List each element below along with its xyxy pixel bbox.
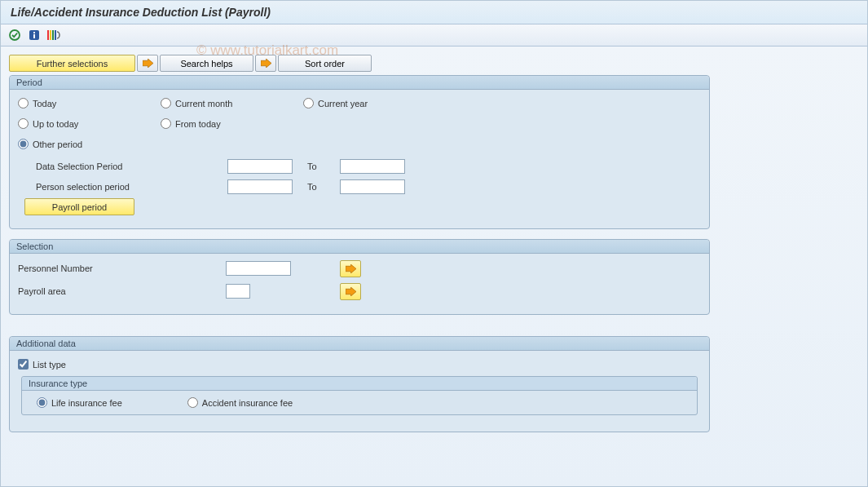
- input-payroll-area[interactable]: [226, 284, 250, 299]
- further-selections-arrow-button[interactable]: [137, 55, 158, 72]
- info-icon[interactable]: [27, 28, 42, 42]
- label-payroll-area: Payroll area: [18, 286, 226, 296]
- label-from-today: From today: [175, 119, 221, 129]
- radio-today[interactable]: [18, 98, 29, 108]
- input-person-selection-from[interactable]: [227, 179, 293, 194]
- execute-icon[interactable]: [7, 28, 22, 42]
- additional-data-group: Additional data List type Insurance type…: [9, 336, 710, 432]
- radio-up-to-today[interactable]: [18, 118, 29, 129]
- further-selections-button[interactable]: Further selections: [9, 55, 135, 72]
- bars-icon[interactable]: [46, 28, 61, 42]
- svg-rect-3: [33, 34, 35, 38]
- radio-current-month[interactable]: [161, 98, 171, 108]
- label-data-selection-period: Data Selection Period: [36, 162, 227, 171]
- input-data-selection-from[interactable]: [227, 159, 293, 174]
- label-current-month: Current month: [175, 99, 232, 108]
- sort-order-button[interactable]: Sort order: [278, 55, 372, 72]
- label-personnel-number: Personnel Number: [18, 263, 226, 273]
- radio-other-period[interactable]: [18, 139, 29, 149]
- label-to-2: To: [307, 182, 340, 192]
- additional-data-title: Additional data: [10, 337, 709, 351]
- label-life-insurance-fee: Life insurance fee: [51, 398, 122, 408]
- svg-marker-11: [346, 287, 356, 296]
- search-helps-button[interactable]: Search helps: [160, 55, 253, 72]
- radio-life-insurance-fee[interactable]: [37, 397, 47, 408]
- period-group: Period Today Current month Current year …: [9, 75, 710, 229]
- payroll-area-multiselect-button[interactable]: [340, 283, 361, 300]
- window-title: Life/Accident Insurance Deduction List (…: [1, 1, 867, 24]
- svg-rect-2: [33, 32, 35, 33]
- radio-current-year[interactable]: [303, 98, 314, 108]
- label-list-type: List type: [33, 360, 66, 370]
- label-other-period: Other period: [33, 139, 82, 149]
- selection-group-title: Selection: [10, 240, 709, 254]
- label-current-year: Current year: [318, 99, 368, 108]
- radio-from-today[interactable]: [161, 118, 171, 129]
- svg-marker-10: [346, 264, 356, 273]
- input-personnel-number[interactable]: [226, 261, 291, 276]
- label-person-selection-period: Person selection period: [36, 182, 227, 192]
- svg-rect-4: [47, 30, 49, 40]
- search-helps-arrow-button[interactable]: [255, 55, 276, 72]
- payroll-period-button[interactable]: Payroll period: [24, 198, 134, 215]
- radio-accident-insurance-fee[interactable]: [187, 397, 198, 408]
- insurance-type-title: Insurance type: [22, 377, 697, 391]
- insurance-type-group: Insurance type Life insurance fee Accide…: [21, 376, 698, 415]
- svg-rect-7: [55, 30, 56, 40]
- period-group-title: Period: [10, 76, 709, 90]
- svg-marker-9: [261, 59, 271, 68]
- selection-group: Selection Personnel Number Payroll area: [9, 239, 710, 315]
- input-person-selection-to[interactable]: [340, 179, 405, 194]
- app-toolbar: © www.tutorialkart.com: [1, 24, 867, 46]
- label-accident-insurance-fee: Accident insurance fee: [202, 398, 293, 408]
- personnel-number-multiselect-button[interactable]: [340, 260, 361, 277]
- svg-rect-5: [50, 30, 51, 40]
- input-data-selection-to[interactable]: [340, 159, 405, 174]
- content-area: Further selections Search helps Sort ord…: [1, 46, 867, 486]
- checkbox-list-type[interactable]: [18, 359, 29, 370]
- label-to-1: To: [307, 162, 340, 171]
- label-today: Today: [33, 99, 56, 108]
- label-up-to-today: Up to today: [33, 119, 78, 129]
- svg-marker-8: [143, 59, 153, 68]
- svg-rect-6: [52, 30, 54, 40]
- selection-buttons-row: Further selections Search helps Sort ord…: [9, 55, 859, 72]
